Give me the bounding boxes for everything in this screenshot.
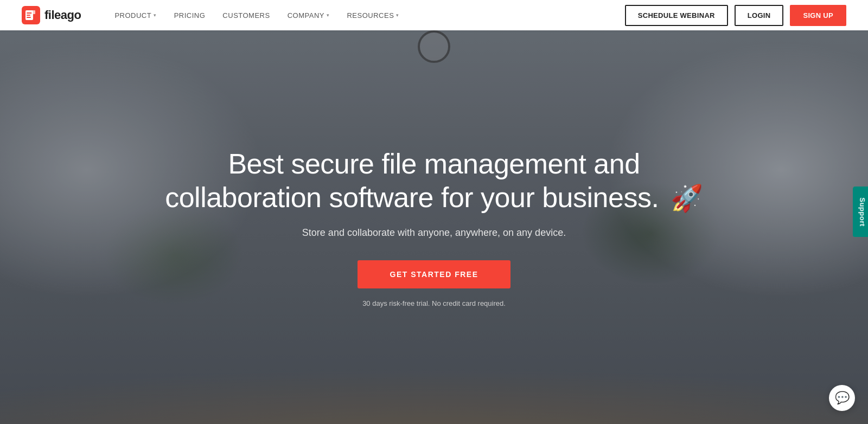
hero-title: Best secure file management and collabor…	[165, 147, 703, 215]
support-tab[interactable]: Support	[853, 187, 868, 237]
nav-customers[interactable]: CUSTOMERS	[215, 7, 277, 24]
chat-widget[interactable]: 💬	[829, 385, 855, 411]
hero-subtitle: Store and collaborate with anyone, anywh…	[302, 227, 566, 239]
svg-rect-5	[31, 10, 35, 14]
nav-product[interactable]: PRODUCT ▾	[107, 7, 164, 24]
resources-chevron-icon: ▾	[396, 12, 399, 18]
navbar: fileago PRODUCT ▾ PRICING CUSTOMERS COMP…	[0, 0, 868, 30]
rocket-emoji: 🚀	[671, 183, 703, 214]
trial-note: 30 days risk-free trial. No credit card …	[362, 299, 506, 307]
company-chevron-icon: ▾	[327, 12, 330, 18]
nav-pricing[interactable]: PRICING	[167, 7, 213, 24]
nav-company[interactable]: COMPANY ▾	[280, 7, 337, 24]
svg-rect-4	[27, 17, 31, 18]
get-started-button[interactable]: GET STARTED FREE	[358, 260, 511, 288]
chat-icon: 💬	[835, 391, 850, 405]
nav-resources[interactable]: RESOURCES ▾	[339, 7, 406, 24]
svg-rect-2	[27, 12, 32, 14]
schedule-webinar-button[interactable]: SCHEDULE WEBINAR	[625, 5, 728, 26]
hero-content: Best secure file management and collabor…	[0, 30, 868, 424]
nav-actions: SCHEDULE WEBINAR LOGIN SIGN UP	[625, 5, 846, 26]
signup-button[interactable]: SIGN UP	[790, 5, 846, 26]
logo[interactable]: fileago	[22, 6, 81, 24]
svg-rect-3	[27, 15, 30, 16]
hero-section: Best secure file management and collabor…	[0, 0, 868, 424]
product-chevron-icon: ▾	[154, 12, 157, 18]
logo-icon	[22, 6, 40, 24]
nav-links: PRODUCT ▾ PRICING CUSTOMERS COMPANY ▾ RE…	[107, 7, 624, 24]
brand-name: fileago	[44, 8, 81, 22]
login-button[interactable]: LOGIN	[735, 5, 784, 26]
